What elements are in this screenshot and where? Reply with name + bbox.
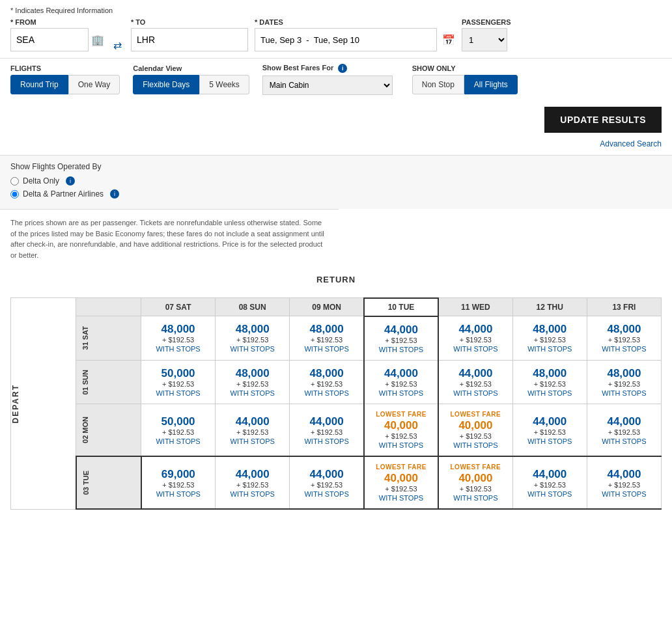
- fee-value: + $192.53: [385, 485, 417, 493]
- one-way-button[interactable]: One Way: [68, 75, 120, 94]
- fare-cell[interactable]: 44,000+ $192.53WITH STOPS: [512, 404, 587, 457]
- col-header[interactable]: 10 TUE: [364, 298, 438, 316]
- fare-cell[interactable]: 48,000+ $192.53WITH STOPS: [290, 316, 364, 361]
- fee-value: + $192.53: [236, 380, 268, 388]
- stops-value: WITH STOPS: [527, 345, 572, 353]
- fare-cell[interactable]: 44,000+ $192.53WITH STOPS: [364, 360, 438, 404]
- fee-value: + $192.53: [311, 428, 343, 436]
- fare-cell[interactable]: 48,000+ $192.53WITH STOPS: [216, 360, 290, 404]
- dates-label: * DATES: [255, 18, 455, 26]
- calendar-table-wrap: DEPART07 SAT08 SUN09 MON10 TUE11 WED12 T…: [10, 290, 662, 510]
- col-header[interactable]: 12 THU: [512, 298, 587, 316]
- flexible-days-button[interactable]: Flexible Days: [133, 75, 199, 94]
- fare-cell[interactable]: 44,000+ $192.53WITH STOPS: [587, 456, 661, 509]
- dates-input[interactable]: [255, 28, 437, 51]
- fare-cell[interactable]: 48,000+ $192.53WITH STOPS: [141, 316, 216, 361]
- delta-only-info-icon[interactable]: i: [66, 176, 75, 186]
- calendar-icon: 📅: [442, 34, 455, 46]
- fare-cell[interactable]: 44,000+ $192.53WITH STOPS: [290, 404, 364, 457]
- fare-cell[interactable]: LOWEST FARE40,000+ $192.53WITH STOPS: [364, 404, 438, 457]
- stops-value: WITH STOPS: [602, 389, 646, 397]
- to-group: * TO: [131, 18, 248, 51]
- miles-value: 44,000: [533, 468, 567, 481]
- fare-cell[interactable]: 44,000+ $192.53WITH STOPS: [438, 360, 512, 404]
- miles-value: 44,000: [607, 468, 641, 481]
- fee-value: + $192.53: [460, 485, 492, 493]
- fare-cell[interactable]: 44,000+ $192.53WITH STOPS: [216, 456, 290, 509]
- fare-cell[interactable]: 69,000+ $192.53WITH STOPS: [141, 456, 216, 509]
- trip-type-group: Round Trip One Way: [10, 75, 120, 94]
- miles-value: 44,000: [533, 415, 567, 428]
- fare-cell[interactable]: 50,000+ $192.53WITH STOPS: [141, 404, 216, 457]
- passengers-group: PASSENGERS 1 2 3 4: [462, 18, 511, 51]
- miles-value: 40,000: [384, 419, 418, 432]
- show-best-fares-section: Show Best Fares For i Main Cabin First C…: [262, 64, 393, 95]
- miles-value: 48,000: [310, 323, 344, 336]
- stops-value: WITH STOPS: [379, 389, 423, 397]
- airport-icon: 🏢: [91, 34, 104, 46]
- disclaimer: The prices shown are as per passenger. T…: [0, 209, 339, 268]
- radio-group: Delta Only i Delta & Partner Airlines i: [10, 176, 662, 199]
- fare-cell[interactable]: LOWEST FARE40,000+ $192.53WITH STOPS: [438, 456, 512, 509]
- delta-partner-option[interactable]: Delta & Partner Airlines i: [10, 189, 662, 199]
- non-stop-button[interactable]: Non Stop: [412, 75, 464, 94]
- fare-cell[interactable]: 44,000+ $192.53WITH STOPS: [216, 404, 290, 457]
- col-header[interactable]: 08 SUN: [216, 298, 290, 316]
- options-row: FLIGHTS Round Trip One Way Calendar View…: [0, 58, 672, 100]
- delta-partner-radio[interactable]: [10, 190, 19, 199]
- fare-cell[interactable]: 44,000+ $192.53WITH STOPS: [512, 456, 587, 509]
- fare-cell[interactable]: 44,000+ $192.53WITH STOPS: [290, 456, 364, 509]
- five-weeks-button[interactable]: 5 Weeks: [199, 75, 249, 94]
- fare-cell[interactable]: 48,000+ $192.53WITH STOPS: [290, 360, 364, 404]
- fare-cell[interactable]: 44,000+ $192.53WITH STOPS: [587, 404, 661, 457]
- col-header[interactable]: 09 MON: [290, 298, 364, 316]
- miles-value: 48,000: [533, 367, 567, 380]
- fee-value: + $192.53: [311, 380, 343, 388]
- show-only-group: Non Stop All Flights: [412, 75, 518, 94]
- search-row: * FROM 🏢 ⇄ * TO * DATES 📅 PASSENGERS 1 2…: [0, 18, 672, 58]
- swap-button[interactable]: ⇄: [111, 39, 124, 51]
- to-input[interactable]: [131, 28, 248, 51]
- fares-info-icon[interactable]: i: [338, 64, 347, 73]
- stops-value: WITH STOPS: [231, 490, 275, 498]
- fare-cell[interactable]: 48,000+ $192.53WITH STOPS: [512, 316, 587, 361]
- stops-value: WITH STOPS: [602, 345, 646, 353]
- delta-only-radio[interactable]: [10, 177, 19, 186]
- stops-value: WITH STOPS: [304, 345, 348, 353]
- miles-value: 48,000: [607, 367, 641, 380]
- fare-cell[interactable]: 48,000+ $192.53WITH STOPS: [512, 360, 587, 404]
- fee-value: + $192.53: [608, 428, 640, 436]
- col-header[interactable]: 13 FRI: [587, 298, 661, 316]
- from-input[interactable]: [10, 28, 89, 51]
- fare-cell[interactable]: LOWEST FARE40,000+ $192.53WITH STOPS: [364, 456, 438, 509]
- passengers-label: PASSENGERS: [462, 18, 511, 26]
- fare-cell[interactable]: 48,000+ $192.53WITH STOPS: [587, 316, 661, 361]
- delta-only-option[interactable]: Delta Only i: [10, 176, 662, 186]
- delta-partner-info-icon[interactable]: i: [110, 189, 119, 199]
- fare-cell[interactable]: 44,000+ $192.53WITH STOPS: [438, 316, 512, 361]
- miles-value: 40,000: [384, 472, 418, 485]
- update-results-button[interactable]: UPDATE RESULTS: [544, 107, 662, 133]
- return-label: RETURN: [10, 275, 662, 284]
- miles-value: 48,000: [607, 323, 641, 336]
- required-info: * Indicates Required Information: [10, 7, 662, 14]
- fare-cell[interactable]: 48,000+ $192.53WITH STOPS: [587, 360, 661, 404]
- all-flights-button[interactable]: All Flights: [464, 75, 518, 94]
- fee-value: + $192.53: [162, 428, 194, 436]
- fare-cell[interactable]: 44,000+ $192.53WITH STOPS: [364, 316, 438, 361]
- fare-cell[interactable]: LOWEST FARE40,000+ $192.53WITH STOPS: [438, 404, 512, 457]
- col-header[interactable]: 11 WED: [438, 298, 512, 316]
- stops-value: WITH STOPS: [453, 389, 497, 397]
- fares-select[interactable]: Main Cabin First Class Business: [262, 76, 393, 95]
- passengers-select[interactable]: 1 2 3 4: [462, 28, 507, 51]
- stops-value: WITH STOPS: [231, 389, 275, 397]
- fare-cell[interactable]: 50,000+ $192.53WITH STOPS: [141, 360, 216, 404]
- col-header[interactable]: 07 SAT: [141, 298, 216, 316]
- depart-label: DEPART: [11, 384, 20, 423]
- calendar-section: RETURN DEPART07 SAT08 SUN09 MON10 TUE11 …: [0, 268, 672, 523]
- advanced-search-link[interactable]: Advanced Search: [600, 139, 662, 148]
- lowest-fare-badge: LOWEST FARE: [376, 463, 427, 471]
- fee-value: + $192.53: [460, 380, 492, 388]
- fare-cell[interactable]: 48,000+ $192.53WITH STOPS: [216, 316, 290, 361]
- round-trip-button[interactable]: Round Trip: [10, 75, 68, 94]
